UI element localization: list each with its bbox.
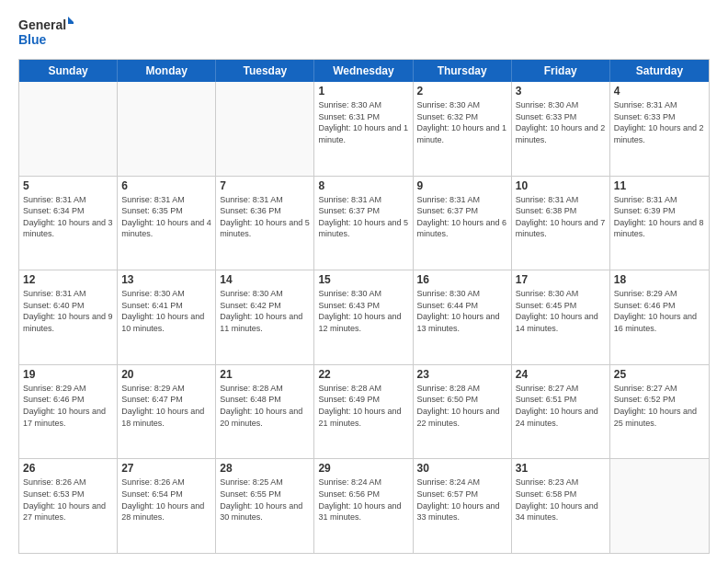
day-info: Sunrise: 8:31 AMSunset: 6:39 PMDaylight:… (614, 194, 705, 240)
day-info: Sunrise: 8:31 AMSunset: 6:36 PMDaylight:… (220, 194, 310, 240)
calendar-header-row: SundayMondayTuesdayWednesdayThursdayFrid… (19, 60, 709, 82)
day-number: 5 (23, 179, 113, 192)
day-info: Sunrise: 8:28 AMSunset: 6:48 PMDaylight:… (220, 383, 310, 429)
day-number: 12 (23, 273, 113, 286)
day-info: Sunrise: 8:26 AMSunset: 6:53 PMDaylight:… (23, 477, 113, 523)
day-number: 6 (121, 179, 211, 192)
calendar-day-cell: 16 Sunrise: 8:30 AMSunset: 6:44 PMDaylig… (414, 270, 512, 364)
day-info: Sunrise: 8:30 AMSunset: 6:33 PMDaylight:… (516, 99, 606, 145)
day-info: Sunrise: 8:30 AMSunset: 6:43 PMDaylight:… (318, 288, 408, 334)
calendar-day-cell: 28 Sunrise: 8:25 AMSunset: 6:55 PMDaylig… (216, 459, 314, 553)
day-number: 7 (220, 179, 310, 192)
calendar-day-cell: 8 Sunrise: 8:31 AMSunset: 6:37 PMDayligh… (314, 177, 413, 270)
day-number: 1 (318, 85, 408, 98)
day-number: 28 (220, 462, 310, 475)
weekday-header: Sunday (19, 60, 118, 82)
day-info: Sunrise: 8:24 AMSunset: 6:56 PMDaylight:… (318, 477, 408, 523)
calendar-day-cell: 31 Sunrise: 8:23 AMSunset: 6:58 PMDaylig… (512, 459, 610, 553)
calendar-body: 1 Sunrise: 8:30 AMSunset: 6:31 PMDayligh… (19, 82, 709, 553)
calendar-day-cell: 30 Sunrise: 8:24 AMSunset: 6:57 PMDaylig… (414, 459, 512, 553)
day-info: Sunrise: 8:31 AMSunset: 6:35 PMDaylight:… (121, 194, 211, 240)
calendar-day-cell: 1 Sunrise: 8:30 AMSunset: 6:31 PMDayligh… (314, 82, 413, 176)
calendar-day-cell: 5 Sunrise: 8:31 AMSunset: 6:34 PMDayligh… (19, 177, 118, 270)
svg-text:General: General (18, 17, 66, 32)
calendar-week-row: 19 Sunrise: 8:29 AMSunset: 6:46 PMDaylig… (19, 364, 709, 459)
calendar-day-cell: 10 Sunrise: 8:31 AMSunset: 6:38 PMDaylig… (512, 177, 610, 270)
calendar-day-cell: 3 Sunrise: 8:30 AMSunset: 6:33 PMDayligh… (512, 82, 610, 176)
day-number: 8 (318, 179, 408, 192)
calendar-day-cell: 20 Sunrise: 8:29 AMSunset: 6:47 PMDaylig… (118, 365, 216, 459)
day-number: 29 (318, 462, 408, 475)
calendar-day-cell: 15 Sunrise: 8:30 AMSunset: 6:43 PMDaylig… (314, 270, 413, 364)
day-info: Sunrise: 8:30 AMSunset: 6:41 PMDaylight:… (121, 288, 211, 334)
empty-cell (216, 82, 314, 176)
day-info: Sunrise: 8:30 AMSunset: 6:44 PMDaylight:… (417, 288, 507, 334)
day-info: Sunrise: 8:25 AMSunset: 6:55 PMDaylight:… (220, 477, 310, 523)
day-info: Sunrise: 8:31 AMSunset: 6:37 PMDaylight:… (417, 194, 507, 240)
calendar-day-cell: 27 Sunrise: 8:26 AMSunset: 6:54 PMDaylig… (118, 459, 216, 553)
page-header: General Blue (18, 15, 710, 50)
day-info: Sunrise: 8:31 AMSunset: 6:33 PMDaylight:… (614, 99, 705, 145)
calendar-day-cell: 26 Sunrise: 8:26 AMSunset: 6:53 PMDaylig… (19, 459, 118, 553)
day-info: Sunrise: 8:30 AMSunset: 6:42 PMDaylight:… (220, 288, 310, 334)
calendar-day-cell: 29 Sunrise: 8:24 AMSunset: 6:56 PMDaylig… (314, 459, 413, 553)
calendar-week-row: 1 Sunrise: 8:30 AMSunset: 6:31 PMDayligh… (19, 82, 709, 176)
calendar-day-cell: 13 Sunrise: 8:30 AMSunset: 6:41 PMDaylig… (118, 270, 216, 364)
weekday-header: Monday (118, 60, 216, 82)
day-info: Sunrise: 8:29 AMSunset: 6:46 PMDaylight:… (23, 383, 113, 429)
day-info: Sunrise: 8:29 AMSunset: 6:47 PMDaylight:… (121, 383, 211, 429)
logo: General Blue (18, 15, 74, 50)
day-number: 9 (417, 179, 507, 192)
day-info: Sunrise: 8:23 AMSunset: 6:58 PMDaylight:… (516, 477, 606, 523)
day-number: 16 (417, 273, 507, 286)
calendar-day-cell: 6 Sunrise: 8:31 AMSunset: 6:35 PMDayligh… (118, 177, 216, 270)
day-info: Sunrise: 8:29 AMSunset: 6:46 PMDaylight:… (614, 288, 705, 334)
empty-cell (118, 82, 216, 176)
day-number: 11 (614, 179, 705, 192)
day-info: Sunrise: 8:24 AMSunset: 6:57 PMDaylight:… (417, 477, 507, 523)
calendar-day-cell: 11 Sunrise: 8:31 AMSunset: 6:39 PMDaylig… (610, 177, 709, 270)
calendar-day-cell: 18 Sunrise: 8:29 AMSunset: 6:46 PMDaylig… (610, 270, 709, 364)
svg-text:Blue: Blue (18, 32, 47, 47)
day-number: 19 (23, 368, 113, 381)
day-number: 26 (23, 462, 113, 475)
day-info: Sunrise: 8:28 AMSunset: 6:50 PMDaylight:… (417, 383, 507, 429)
day-number: 3 (516, 85, 606, 98)
day-number: 15 (318, 273, 408, 286)
weekday-header: Saturday (610, 60, 709, 82)
calendar-day-cell: 17 Sunrise: 8:30 AMSunset: 6:45 PMDaylig… (512, 270, 610, 364)
day-info: Sunrise: 8:31 AMSunset: 6:34 PMDaylight:… (23, 194, 113, 240)
day-info: Sunrise: 8:30 AMSunset: 6:31 PMDaylight:… (318, 99, 408, 145)
day-info: Sunrise: 8:27 AMSunset: 6:52 PMDaylight:… (614, 383, 705, 429)
calendar-day-cell: 24 Sunrise: 8:27 AMSunset: 6:51 PMDaylig… (512, 365, 610, 459)
day-number: 10 (516, 179, 606, 192)
day-number: 2 (417, 85, 507, 98)
weekday-header: Friday (512, 60, 610, 82)
day-number: 24 (516, 368, 606, 381)
calendar-day-cell: 25 Sunrise: 8:27 AMSunset: 6:52 PMDaylig… (610, 365, 709, 459)
day-info: Sunrise: 8:31 AMSunset: 6:37 PMDaylight:… (318, 194, 408, 240)
day-number: 18 (614, 273, 705, 286)
calendar-day-cell: 21 Sunrise: 8:28 AMSunset: 6:48 PMDaylig… (216, 365, 314, 459)
calendar-day-cell: 14 Sunrise: 8:30 AMSunset: 6:42 PMDaylig… (216, 270, 314, 364)
empty-cell (610, 459, 709, 553)
calendar-day-cell: 23 Sunrise: 8:28 AMSunset: 6:50 PMDaylig… (414, 365, 512, 459)
svg-marker-2 (68, 17, 74, 24)
calendar-day-cell: 2 Sunrise: 8:30 AMSunset: 6:32 PMDayligh… (414, 82, 512, 176)
day-info: Sunrise: 8:26 AMSunset: 6:54 PMDaylight:… (121, 477, 211, 523)
day-info: Sunrise: 8:30 AMSunset: 6:45 PMDaylight:… (516, 288, 606, 334)
day-number: 30 (417, 462, 507, 475)
calendar-week-row: 5 Sunrise: 8:31 AMSunset: 6:34 PMDayligh… (19, 176, 709, 270)
calendar-day-cell: 4 Sunrise: 8:31 AMSunset: 6:33 PMDayligh… (610, 82, 709, 176)
calendar-week-row: 12 Sunrise: 8:31 AMSunset: 6:40 PMDaylig… (19, 270, 709, 364)
day-number: 20 (121, 368, 211, 381)
day-number: 31 (516, 462, 606, 475)
calendar-day-cell: 12 Sunrise: 8:31 AMSunset: 6:40 PMDaylig… (19, 270, 118, 364)
day-info: Sunrise: 8:27 AMSunset: 6:51 PMDaylight:… (516, 383, 606, 429)
day-number: 17 (516, 273, 606, 286)
day-number: 21 (220, 368, 310, 381)
day-info: Sunrise: 8:31 AMSunset: 6:40 PMDaylight:… (23, 288, 113, 334)
day-info: Sunrise: 8:30 AMSunset: 6:32 PMDaylight:… (417, 99, 507, 145)
day-number: 22 (318, 368, 408, 381)
day-number: 23 (417, 368, 507, 381)
